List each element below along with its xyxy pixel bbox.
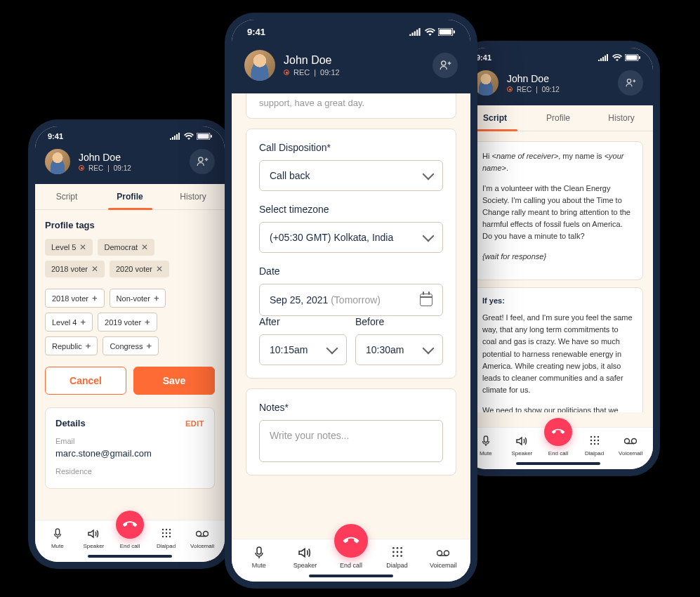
tab-history[interactable]: History [161,184,225,209]
svg-rect-4 [55,529,59,535]
svg-point-31 [632,439,637,444]
script-wait: {wait for response} [482,251,634,263]
timezone-select[interactable]: (+05:30 GMT) Kolkata, India [259,222,443,253]
active-tags: Level 5✕ Democrat✕ 2018 voter✕ 2020 vote… [45,239,215,277]
svg-point-10 [169,532,170,534]
tab-history[interactable]: History [590,105,653,131]
nav-dialpad[interactable]: Dialpad [374,546,421,569]
nav-end-call[interactable]: End call [112,529,148,549]
email-label: Email [55,437,204,445]
calendar-icon [420,294,432,306]
remove-icon: ✕ [156,264,163,274]
tab-profile[interactable]: Profile [527,105,590,131]
tag[interactable]: 2018 voter✕ [45,261,105,277]
chevron-down-icon [326,343,338,355]
svg-point-5 [161,529,163,530]
nav-dialpad[interactable]: Dialpad [576,435,613,457]
tag-add[interactable]: 2019 voter+ [98,313,157,332]
tag-add[interactable]: Level 4+ [45,313,93,332]
dialpad-icon [588,435,601,447]
speaker-icon [515,435,528,447]
nav-end-call[interactable]: End call [328,546,374,569]
plus-icon: + [154,293,159,303]
tab-profile[interactable]: Profile [98,184,161,209]
suggested-tags: 2018 voter+ Non-voter+ Level 4+ 2019 vot… [45,289,215,355]
svg-point-23 [597,436,598,438]
tag-add[interactable]: 2018 voter+ [45,289,105,308]
speaker-icon [87,527,100,540]
nav-speaker[interactable]: Speaker [504,435,541,457]
date-label: Date [259,265,443,277]
after-select[interactable]: 10:15am [259,334,347,365]
home-indicator [309,575,393,577]
save-button[interactable]: Save [133,367,215,395]
residence-label: Residence [55,467,204,475]
mic-icon [480,435,492,447]
nav-speaker[interactable]: Speaker [282,546,329,569]
before-select[interactable]: 10:30am [355,334,443,365]
nav-voicemail[interactable]: Voicemail [420,546,466,569]
rec-indicator: REC|09:12 [507,86,609,93]
add-person-button[interactable] [432,53,458,78]
call-header: John Doe REC|09:12 [35,143,225,184]
disposition-select[interactable]: Call back [259,160,443,191]
notes-card: Notes* Write your notes... [246,388,456,475]
notch [91,126,169,142]
notes-label: Notes* [259,402,443,413]
svg-point-45 [400,555,402,557]
nav-speaker[interactable]: Speaker [76,527,112,549]
svg-point-38 [396,547,398,549]
notes-textarea[interactable]: Write your notes... [259,420,443,462]
svg-point-13 [169,536,170,537]
svg-point-21 [590,436,591,438]
contact-name: John Doe [507,73,609,84]
tag[interactable]: 2020 voter✕ [110,261,169,277]
svg-point-7 [169,529,170,530]
phone-form: 9:41 John Doe REC|09:12 support, have a … [225,13,477,589]
date-select[interactable]: Sep 25, 2021 (Tomorrow) [259,284,443,316]
script-body: I'm a volunteer with the Clean Energy So… [482,183,634,242]
tabs: Script Profile History [35,184,225,210]
svg-point-9 [165,532,166,534]
nav-voicemail[interactable]: Voicemail [612,435,649,457]
svg-point-47 [444,551,449,556]
plus-icon: + [146,341,152,351]
avatar[interactable] [244,50,275,81]
voicemail-icon [437,546,449,559]
svg-point-19 [627,79,630,83]
rec-dot-icon [284,70,289,75]
edit-button[interactable]: EDIT [185,419,204,428]
chevron-down-icon [423,343,435,355]
remove-icon: ✕ [141,242,148,252]
tag-add[interactable]: Republic+ [45,336,98,355]
tag[interactable]: Democrat✕ [98,239,154,256]
svg-point-27 [590,443,591,445]
tag-add[interactable]: Non-voter+ [110,289,166,308]
svg-point-42 [400,551,402,553]
disposition-card: Call Disposition* Call back Select timez… [246,129,456,379]
tag-add[interactable]: Congress+ [103,336,159,355]
status-time: 9:41 [476,53,491,62]
status-icons [598,54,640,61]
nav-voicemail[interactable]: Voicemail [184,527,220,549]
nav-dialpad[interactable]: Dialpad [148,527,185,549]
end-call-button [116,511,144,539]
contact-name: John Doe [284,54,424,67]
nav-end-call[interactable]: End call [540,436,576,457]
tag[interactable]: Level 5✕ [45,239,93,256]
nav-mute[interactable]: Mute [236,546,282,569]
add-person-button[interactable] [618,70,643,96]
add-person-button[interactable] [190,149,215,174]
svg-point-29 [597,443,598,445]
svg-point-26 [597,440,598,441]
svg-rect-2 [211,135,212,138]
avatar[interactable] [45,149,70,174]
home-indicator [516,462,600,465]
tab-script[interactable]: Script [35,184,98,209]
nav-mute[interactable]: Mute [39,527,76,549]
svg-point-43 [392,555,395,557]
end-call-button [544,418,572,446]
timezone-label: Select timezone [259,204,443,215]
svg-rect-20 [484,436,487,442]
cancel-button[interactable]: Cancel [45,367,126,395]
